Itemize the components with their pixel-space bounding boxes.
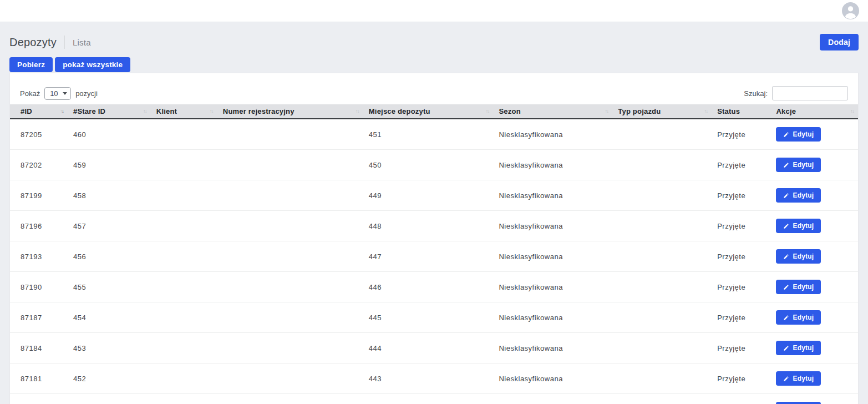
cell-miejsce: 450 [363,150,494,180]
cell-old-id: 455 [68,272,151,302]
title-divider [64,36,65,49]
pencil-icon [783,162,789,168]
cell-klient [151,180,217,211]
sort-icon: ↑↓ [605,108,608,114]
column-header-typ-pojazdu[interactable]: Typ pojazdu↑↓ [612,104,712,119]
breadcrumb: Lista [73,38,91,47]
cell-id: 87178 [10,394,68,404]
cell-klient [151,241,217,272]
cell-numer [217,150,363,180]
cell-sezon: Niesklasyfikowana [493,241,612,272]
cell-typ [612,241,712,272]
cell-klient [151,272,217,302]
search-input[interactable] [772,86,848,100]
column-header-status: Status [712,104,770,119]
page-length-select[interactable]: 10 [44,87,71,100]
cell-status: Przyjęte [712,272,770,302]
cell-klient [151,150,217,180]
edit-button[interactable]: Edytuj [776,188,821,203]
cell-status: Przyjęte [712,241,770,272]
column-header-sezon[interactable]: Sezon↑↓ [493,104,612,119]
show-all-button[interactable]: pokaż wszystkie [55,57,130,72]
edit-button[interactable]: Edytuj [776,249,821,264]
column-header-numer-rejestracyjny[interactable]: Numer rejestracyjny↑↓ [217,104,363,119]
cell-akcje: Edytuj [770,363,858,394]
cell-sezon: Niesklasyfikowana [493,394,612,404]
user-avatar-button[interactable] [842,2,859,19]
cell-akcje: Edytuj [770,272,858,302]
cell-miejsce: 443 [363,363,494,394]
cell-old-id: 458 [68,180,151,211]
column-header-miejsce-depozytu[interactable]: Miejsce depozytu↑↓ [363,104,494,119]
cell-status: Przyjęte [712,119,770,150]
table-row: 87196 457 448 Niesklasyfikowana Przyjęte… [10,211,858,241]
cell-miejsce: 444 [363,333,494,363]
pencil-icon [783,254,789,260]
cell-miejsce: 447 [363,241,494,272]
table-row: 87190 455 446 Niesklasyfikowana Przyjęte… [10,272,858,302]
topbar [0,0,868,22]
edit-button[interactable]: Edytuj [776,341,821,355]
edit-button[interactable]: Edytuj [776,219,821,233]
pencil-icon [783,345,789,351]
cell-miejsce: 449 [363,180,494,211]
cell-akcje: Edytuj [770,180,858,211]
table-body: 87205 460 451 Niesklasyfikowana Przyjęte… [10,119,858,404]
cell-sezon: Niesklasyfikowana [493,119,612,150]
cell-id: 87184 [10,333,68,363]
cell-numer [217,363,363,394]
column-header-id[interactable]: #ID↑↓ [10,104,68,119]
sort-icon: ↑↓ [60,108,63,114]
edit-button[interactable]: Edytuj [776,280,821,294]
cell-akcje: Edytuj [770,333,858,363]
table-row: 87193 456 447 Niesklasyfikowana Przyjęte… [10,241,858,272]
edit-button[interactable]: Edytuj [776,402,821,404]
table-row: 87187 454 445 Niesklasyfikowana Przyjęte… [10,302,858,333]
pencil-icon [783,284,789,290]
edit-button[interactable]: Edytuj [776,158,821,172]
cell-status: Przyjęte [712,302,770,333]
edit-button[interactable]: Edytuj [776,371,821,386]
cell-miejsce: 442 [363,394,494,404]
cell-akcje: Edytuj [770,302,858,333]
toolbar: Pobierz pokaż wszystkie [9,57,859,72]
cell-numer [217,119,363,150]
cell-klient [151,302,217,333]
page-length-control: Pokaż 10 pozycji [20,87,98,100]
add-button[interactable]: Dodaj [820,34,859,50]
cell-status: Przyjęte [712,180,770,211]
cell-typ [612,333,712,363]
cell-typ [612,363,712,394]
cell-numer [217,333,363,363]
table-row: 87184 453 444 Niesklasyfikowana Przyjęte… [10,333,858,363]
cell-id: 87193 [10,241,68,272]
edit-button[interactable]: Edytuj [776,127,821,142]
deposits-table: #ID↑↓ #Stare ID↑↓ Klient↑↓ Numer rejestr… [10,104,858,404]
cell-klient [151,119,217,150]
cell-old-id: 456 [68,241,151,272]
cell-status: Przyjęte [712,211,770,241]
column-header-klient[interactable]: Klient↑↓ [151,104,217,119]
download-button[interactable]: Pobierz [9,57,53,72]
page-title: Depozyty [9,36,57,49]
cell-numer [217,394,363,404]
table-card: Pokaż 10 pozycji Szukaj: #ID↑↓ [9,73,859,404]
page-header: Depozyty Lista Dodaj [9,34,859,50]
cell-sezon: Niesklasyfikowana [493,302,612,333]
cell-sezon: Niesklasyfikowana [493,272,612,302]
edit-button[interactable]: Edytuj [776,310,821,325]
cell-klient [151,211,217,241]
table-header-row: #ID↑↓ #Stare ID↑↓ Klient↑↓ Numer rejestr… [10,104,858,119]
pencil-icon [783,132,789,138]
cell-old-id: 459 [68,150,151,180]
cell-id: 87202 [10,150,68,180]
cell-miejsce: 451 [363,119,494,150]
cell-typ [612,180,712,211]
column-header-stare-id[interactable]: #Stare ID↑↓ [68,104,151,119]
cell-akcje: Edytuj [770,241,858,272]
cell-old-id: 457 [68,211,151,241]
pencil-icon [783,376,789,382]
cell-akcje: Edytuj [770,394,858,404]
column-header-akcje[interactable]: Akcje↑↓ [770,104,858,119]
cell-klient [151,394,217,404]
